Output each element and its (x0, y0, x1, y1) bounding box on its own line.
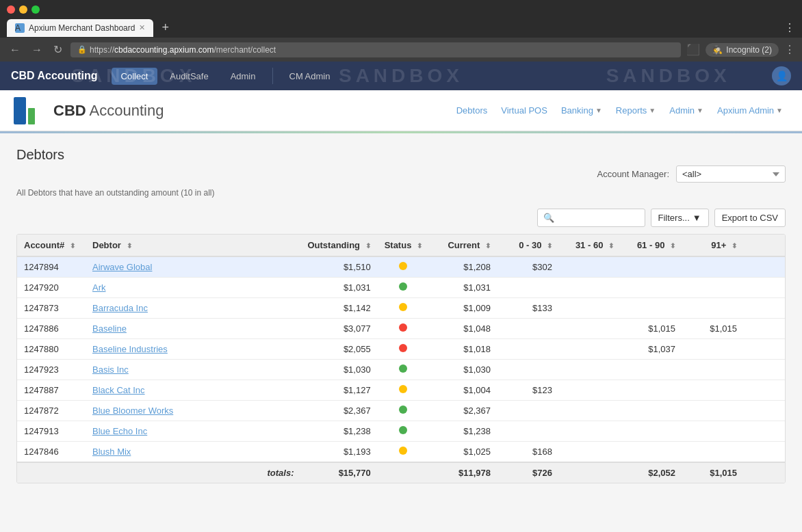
cell-status (378, 256, 429, 278)
debtor-link[interactable]: Baseline Industries (92, 344, 168, 354)
debtor-link[interactable]: Airwave Global (92, 262, 152, 272)
nav-admin[interactable]: Admin (221, 68, 266, 85)
search-container: 🔍 (537, 209, 645, 227)
minimize-button[interactable] (19, 5, 27, 14)
cell-0-30 (497, 339, 559, 360)
brand-icon-green (28, 108, 35, 124)
nav-auditsafe[interactable]: AuditSafe (160, 68, 218, 85)
close-button[interactable] (7, 5, 15, 14)
cell-actions (744, 380, 785, 401)
cell-31-60 (559, 298, 621, 319)
nav-reports[interactable]: Reports ▼ (610, 103, 661, 118)
debtor-link[interactable]: Basis Inc (92, 364, 129, 375)
col-header-31-60[interactable]: 31 - 60 ⬍ (559, 235, 621, 256)
cell-outstanding: $2,367 (300, 401, 377, 421)
cell-61-90 (621, 278, 682, 298)
debtor-link[interactable]: Ark (92, 282, 106, 293)
nav-admin-second[interactable]: Admin ▼ (664, 103, 709, 118)
sandbox-text-2: SANDBOX (339, 65, 463, 87)
export-csv-button[interactable]: Export to CSV (714, 209, 786, 227)
maximize-button[interactable] (31, 5, 40, 14)
debtor-link[interactable]: Barracuda Inc (92, 303, 148, 313)
tab-title: Apxium Merchant Dashboard (29, 23, 135, 33)
cell-61-90: $1,015 (621, 319, 682, 339)
cell-debtor: Barracuda Inc (86, 298, 300, 319)
col-header-61-90[interactable]: 61 - 90 ⬍ (621, 235, 682, 256)
nav-apxium-admin[interactable]: Apxium Admin ▼ (712, 103, 788, 118)
debtor-link[interactable]: Blue Echo Inc (92, 426, 147, 436)
search-input[interactable] (557, 213, 639, 223)
second-nav: CBD Accounting Debtors Virtual POS Banki… (0, 90, 802, 131)
account-manager-select[interactable]: <all> (676, 165, 786, 183)
cell-outstanding: $1,031 (300, 278, 377, 298)
incognito-label: Incognito (2) (726, 45, 772, 55)
status-dot (399, 405, 407, 414)
extensions-button[interactable]: ⬛ (686, 43, 700, 56)
cell-0-30: $133 (497, 298, 559, 319)
col-header-0-30[interactable]: 0 - 30 ⬍ (497, 235, 559, 256)
page-subtitle: All Debtors that have an outstanding amo… (16, 188, 786, 198)
nav-collect[interactable]: Collect (112, 68, 158, 85)
brand-divider (0, 131, 802, 133)
cell-outstanding: $2,055 (300, 339, 377, 360)
cell-status (378, 442, 429, 463)
cell-account: 1247880 (17, 339, 86, 360)
totals-0-30: $726 (497, 462, 559, 483)
nav-cm-admin[interactable]: CM Admin (280, 68, 340, 85)
filters-button[interactable]: Filters... ▼ (651, 209, 709, 227)
brand-second: Accounting (90, 102, 164, 119)
cell-debtor: Baseline (86, 319, 300, 339)
cell-outstanding: $3,077 (300, 319, 377, 339)
cell-31-60 (559, 442, 621, 463)
cell-actions (744, 360, 785, 380)
col-header-status[interactable]: Status ⬍ (378, 235, 429, 256)
col-header-account[interactable]: Account# ⬍ (17, 235, 86, 256)
cell-account: 1247887 (17, 380, 86, 401)
apxium-admin-label: Apxium Admin (717, 105, 774, 116)
debtor-link[interactable]: Blush Mix (92, 447, 131, 457)
refresh-button[interactable]: ↻ (51, 42, 65, 57)
debtor-link[interactable]: Blue Bloomer Works (92, 405, 173, 416)
menu-button[interactable]: ⋮ (784, 43, 795, 56)
cell-current: $1,018 (429, 339, 497, 360)
cell-current: $1,004 (429, 380, 497, 401)
cell-31-60 (559, 380, 621, 401)
totals-31-60 (559, 462, 621, 483)
col-label-status: Status (385, 240, 412, 250)
active-tab[interactable]: A Apxium Merchant Dashboard ✕ (7, 19, 153, 37)
col-header-current[interactable]: Current ⬍ (429, 235, 497, 256)
col-header-outstanding[interactable]: Outstanding ⬍ (300, 235, 377, 256)
cell-status (378, 380, 429, 401)
forward-button[interactable]: → (29, 42, 45, 57)
back-button[interactable]: ← (7, 42, 23, 57)
tab-close-button[interactable]: ✕ (139, 23, 145, 32)
cell-31-60 (559, 401, 621, 421)
cell-debtor: Blush Mix (86, 442, 300, 463)
nav-debtors[interactable]: Debtors (451, 103, 493, 118)
page-title: Debtors (16, 147, 786, 163)
new-tab-button[interactable]: + (156, 18, 174, 38)
col-header-debtor[interactable]: Debtor ⬍ (86, 235, 300, 256)
debtor-link[interactable]: Baseline (92, 323, 127, 334)
cell-status (378, 421, 429, 442)
nav-banking[interactable]: Banking ▼ (556, 103, 608, 118)
table-header-row: Account# ⬍ Debtor ⬍ Outstanding ⬍ Status… (17, 235, 785, 256)
cell-0-30: $123 (497, 380, 559, 401)
address-bar[interactable]: 🔒 https://cbdaccounting.apxium.com/merch… (70, 42, 681, 57)
sort-icon-0-30: ⬍ (547, 242, 552, 250)
sort-icon-current: ⬍ (485, 242, 491, 250)
table-row: 1247872 Blue Bloomer Works $2,367 $2,367 (17, 401, 785, 421)
col-header-91[interactable]: 91+ ⬍ (682, 235, 744, 256)
admin-dropdown-arrow: ▼ (697, 107, 703, 114)
cell-91 (682, 442, 744, 463)
cell-current: $1,208 (429, 256, 497, 278)
col-label-debtor: Debtor (92, 240, 121, 250)
user-avatar[interactable]: 👤 (772, 66, 791, 85)
nav-virtual-pos[interactable]: Virtual POS (495, 103, 553, 118)
totals-status-empty (378, 462, 429, 483)
debtor-link[interactable]: Black Cat Inc (92, 385, 145, 395)
totals-91: $1,015 (682, 462, 744, 483)
cell-0-30 (497, 278, 559, 298)
tab-menu-button[interactable]: ⋮ (784, 21, 795, 34)
cell-current: $1,238 (429, 421, 497, 442)
